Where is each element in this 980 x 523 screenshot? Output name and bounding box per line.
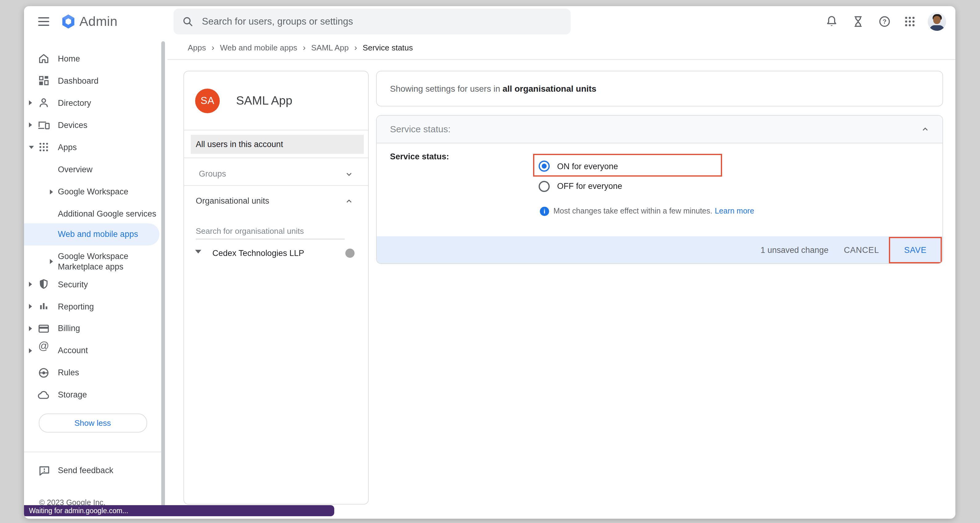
pending-tasks-hourglass-icon[interactable] [851,15,865,28]
sidebar-item-label: Apps [58,142,77,152]
divider [167,59,955,59]
annotation-box-on-option [533,154,722,176]
sidebar-item-reporting[interactable]: Reporting [24,295,167,318]
expand-arrow-icon[interactable] [29,326,32,331]
app-name: SAML App [236,94,293,108]
sidebar-item-label: Rules [58,367,79,378]
radio-unselected-icon[interactable] [538,181,549,192]
sidebar-item-label: Send feedback [58,465,113,475]
sidebar-item-web-and-mobile-apps[interactable]: Web and mobile apps [24,223,159,245]
cancel-button[interactable]: CANCEL [844,245,879,255]
section-title: Service status: [390,124,450,134]
send-feedback-item[interactable]: Send feedback [24,459,167,482]
scope-card: Showing settings for users in all organi… [376,71,943,106]
admin-logo-icon [60,14,76,30]
breadcrumb-separator: › [354,43,357,52]
bar-chart-icon [38,300,50,313]
avatar-face [933,16,940,24]
chevron-up-icon [344,197,353,205]
tree-collapse-icon[interactable] [195,250,201,253]
service-status-card: Service status: Service status: ON for e… [376,115,943,264]
show-less-button[interactable]: Show less [38,413,147,432]
org-unit-search-input[interactable] [196,223,345,239]
sidebar-item-additional-google-services[interactable]: Additional Google services [24,203,167,225]
sidebar-item-label: Devices [58,120,88,130]
user-avatar[interactable] [928,12,946,31]
breadcrumb-saml-app[interactable]: SAML App [311,43,349,52]
info-note: i Most changes take effect within a few … [540,207,754,216]
admin-console-window: Admin ? Apps › Web and mobile a [24,6,955,519]
expand-arrow-icon[interactable] [50,259,53,264]
save-bar: 1 unsaved change CANCEL SAVE [377,236,942,264]
help-icon[interactable]: ? [878,15,891,28]
sidebar-item-overview[interactable]: Overview [24,159,167,181]
notifications-bell-icon[interactable] [825,15,838,28]
main-menu-icon[interactable] [38,16,49,27]
sidebar-item-label: Security [58,279,88,289]
sidebar-item-billing[interactable]: Billing [24,317,167,339]
org-units-section-toggle[interactable]: Organisational units [184,191,368,211]
sidebar-item-label: Directory [58,97,91,108]
breadcrumb-apps[interactable]: Apps [188,43,206,52]
expand-arrow-icon[interactable] [29,100,32,105]
sidebar-item-label: Billing [58,323,80,334]
sidebar-item-label: Dashboard [58,75,99,86]
breadcrumb-separator: › [303,43,305,52]
divider [184,130,368,130]
divider [184,157,368,158]
sidebar-item-home[interactable]: Home [24,48,167,70]
sidebar-item-account[interactable]: @ Account [24,339,167,361]
scope-prefix: Showing settings for users in [390,84,500,94]
annotation-box-save: SAVE [889,237,942,263]
breadcrumb-current: Service status [363,43,413,52]
org-unit-tree-item[interactable]: Cedex Technologies LLP [212,249,304,258]
sidebar-item-rules[interactable]: Rules [24,361,167,384]
app-summary-panel: SA SAML App All users in this account Gr… [183,71,369,504]
apps-grid-icon[interactable] [903,15,916,28]
shield-icon [38,278,50,291]
all-users-label: All users in this account [196,140,283,149]
dashboard-icon [38,75,50,87]
sidebar-item-google-workspace[interactable]: Google Workspace [24,181,167,203]
all-users-row[interactable]: All users in this account [191,135,363,154]
breadcrumb-web-and-mobile-apps[interactable]: Web and mobile apps [220,43,298,52]
expand-arrow-icon[interactable] [50,189,53,194]
sidebar-item-dashboard[interactable]: Dashboard [24,70,167,92]
collapse-arrow-icon[interactable] [29,146,34,149]
breadcrumb: Apps › Web and mobile apps › SAML App › … [188,43,413,52]
expand-arrow-icon[interactable] [29,122,32,127]
cloud-icon [38,389,50,401]
sidebar-item-devices[interactable]: Devices [24,114,167,136]
groups-section-toggle[interactable]: Groups [184,164,368,184]
directory-person-icon [38,97,50,109]
org-units-label: Organisational units [196,196,269,205]
sidebar-item-apps[interactable]: Apps [24,136,167,158]
expand-arrow-icon[interactable] [29,304,32,309]
sidebar-item-storage[interactable]: Storage [24,384,167,406]
save-button[interactable]: SAVE [904,245,926,255]
global-search[interactable] [173,9,571,35]
breadcrumb-separator: › [212,43,214,52]
expand-arrow-icon[interactable] [29,348,32,353]
radio-option-off[interactable]: OFF for everyone [538,181,622,192]
search-input[interactable] [200,15,571,28]
product-title: Admin [80,14,118,30]
scope-target: all organisational units [503,84,597,94]
at-sign-icon: @ [38,339,50,351]
info-text: Most changes take effect within a few mi… [554,207,712,215]
home-icon [38,52,50,65]
app-initials: SA [200,95,214,107]
sidebar-item-directory[interactable]: Directory [24,92,167,114]
section-header[interactable]: Service status: [377,115,942,143]
svg-text:?: ? [883,18,886,25]
search-icon [181,15,194,28]
sidebar-item-gw-marketplace-apps[interactable]: Google Workspace Marketplace apps [24,250,167,273]
sidebar-scrollbar[interactable] [161,41,165,509]
collapse-chevron-up-icon[interactable] [921,125,929,133]
learn-more-link[interactable]: Learn more [715,207,754,215]
sidebar-item-label: Home [58,53,80,64]
expand-arrow-icon[interactable] [29,282,32,287]
divider [24,451,163,452]
sidebar-item-security[interactable]: Security [24,273,167,295]
sidebar-item-label: Reporting [58,301,94,312]
